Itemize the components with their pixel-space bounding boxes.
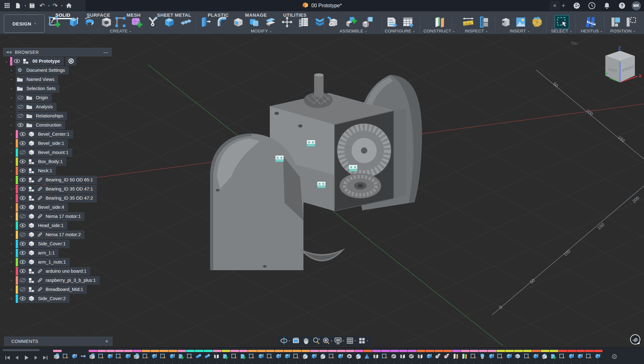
insert-link-icon[interactable] [326, 15, 340, 29]
visibility-eye-off-icon[interactable] [18, 214, 27, 219]
browser-item[interactable]: Neck:1 [16, 167, 56, 175]
timeline-group-bar[interactable] [222, 350, 230, 352]
visibility-eye-icon[interactable] [18, 296, 27, 301]
timeline-feature-extrude-icon[interactable] [125, 353, 132, 361]
chevron-right-icon[interactable]: › [11, 287, 15, 291]
zoom-icon[interactable]: ± [311, 336, 321, 345]
timeline-group-bar[interactable] [292, 350, 301, 352]
help-icon[interactable]: ? [617, 1, 627, 10]
visibility-eye-icon[interactable] [18, 141, 27, 145]
timeline-group-bar[interactable] [169, 350, 177, 352]
visibility-eye-icon[interactable] [18, 251, 27, 255]
browser-item[interactable]: arm_1:1 [16, 249, 58, 257]
browser-item[interactable]: Construction [16, 121, 65, 129]
timeline-feature-new-body-icon[interactable] [240, 353, 247, 361]
minimize-panel-icon[interactable]: — [103, 49, 108, 55]
timeline-feature-extrude-icon[interactable] [568, 353, 575, 361]
timeline-feature-sketch-icon[interactable] [266, 353, 274, 361]
add-comment-button[interactable]: + [105, 338, 108, 344]
skip-to-end-button[interactable] [42, 354, 49, 361]
timeline-feature-sketch-icon[interactable] [559, 353, 566, 361]
timeline-feature-component-icon[interactable] [133, 353, 141, 361]
orbit-icon[interactable] [279, 336, 289, 345]
visibility-eye-off-icon[interactable] [18, 287, 27, 292]
skip-to-start-button[interactable] [4, 354, 11, 361]
select-tool-icon[interactable] [555, 15, 569, 29]
new-component-icon[interactable] [344, 15, 358, 29]
recent-clock-icon[interactable] [586, 1, 597, 10]
notifications-bell-icon[interactable] [602, 1, 612, 10]
browser-item[interactable]: Selection Sets [16, 84, 59, 93]
comments-bar[interactable]: COMMENTS + [4, 337, 113, 346]
timeline-group-bar[interactable] [461, 350, 469, 352]
timeline-feature-chamfer-icon[interactable] [355, 353, 363, 361]
timeline-group-bar[interactable] [443, 350, 452, 352]
chevron-right-icon[interactable]: › [11, 96, 15, 100]
timeline-group-bar[interactable] [541, 350, 549, 352]
collapse-panel-icon[interactable]: ◀◀ [6, 50, 12, 54]
chevron-right-icon[interactable]: › [11, 224, 15, 227]
timeline-feature-cone-icon[interactable] [364, 353, 371, 361]
chevron-right-icon[interactable]: › [11, 77, 15, 81]
timeline-group-bar[interactable] [417, 350, 425, 352]
fit-zoom-icon[interactable] [321, 336, 331, 345]
timeline-feature-hole-icon[interactable] [346, 353, 354, 361]
timeline-feature-sketch-icon[interactable] [293, 353, 300, 361]
chevron-right-icon[interactable]: › [11, 68, 15, 72]
timeline-feature-extrude-icon[interactable] [594, 353, 602, 361]
chevron-right-icon[interactable]: › [11, 260, 15, 264]
chevron-right-icon[interactable]: › [11, 214, 15, 218]
section-icon[interactable] [478, 15, 491, 29]
browser-item[interactable]: Nema 17 motor:2 [16, 230, 85, 239]
viewport-3d[interactable]: 50100150200150100500TOPLEFTFRONTYXZ ◀◀ B… [0, 34, 644, 347]
assistant-bubble-icon[interactable] [630, 334, 641, 345]
timeline-group-bar[interactable] [159, 350, 168, 352]
timeline-group-bar[interactable] [337, 350, 345, 352]
browser-item[interactable]: Origin [16, 94, 52, 102]
browser-item[interactable]: Named Views [16, 75, 58, 84]
timeline-feature-chamfer-icon[interactable] [541, 353, 549, 361]
timeline-feature-component-icon[interactable] [89, 353, 97, 361]
browser-item[interactable]: Bevel_side:1 [16, 139, 68, 148]
timeline-group-bar[interactable] [425, 350, 434, 352]
timeline-group-bar[interactable] [408, 350, 416, 352]
timeline-feature-chamfer-icon[interactable] [319, 353, 327, 361]
browser-item[interactable]: Bearing_ID 35 OD 47:2 [16, 194, 97, 202]
visibility-eye-icon[interactable] [16, 123, 25, 127]
browser-item[interactable]: ⚙Document Settings [16, 66, 69, 75]
timeline-feature-extrude-icon[interactable] [577, 353, 584, 361]
display-settings-icon[interactable] [333, 336, 343, 345]
timeline-feature-link-icon[interactable] [408, 353, 416, 361]
timeline-group-bar[interactable] [195, 350, 203, 352]
group-label-inspect[interactable]: INSPECT ▾ [465, 29, 487, 33]
visibility-eye-off-icon[interactable] [16, 105, 25, 109]
derive-icon[interactable] [498, 15, 512, 29]
pattern-icon[interactable] [114, 15, 127, 29]
browser-item[interactable]: arduino uno board:1 [16, 267, 90, 276]
look-at-icon[interactable] [291, 336, 301, 345]
timeline-scrollbar[interactable] [3, 349, 40, 351]
chevron-right-icon[interactable]: › [11, 87, 15, 90]
timeline-group-bar[interactable] [177, 350, 186, 352]
timeline-feature-new-body-icon[interactable] [178, 353, 185, 361]
timeline-feature-sketch-icon[interactable] [62, 353, 70, 361]
timeline-feature-joint-icon[interactable] [444, 353, 451, 361]
box-icon[interactable] [162, 15, 176, 29]
chevron-right-icon[interactable]: › [11, 205, 15, 209]
position-b-icon[interactable] [624, 15, 638, 29]
timeline-group-bar[interactable] [399, 350, 408, 352]
timeline-group-bar[interactable] [239, 350, 248, 352]
redo-caret-icon[interactable]: ▾ [61, 4, 63, 7]
browser-item[interactable]: raspberry_pi_3_b_plus:1 [16, 276, 100, 285]
timeline-group-bar[interactable] [435, 350, 443, 352]
timeline-group-bar[interactable] [115, 350, 124, 352]
chevron-right-icon[interactable]: › [11, 196, 15, 200]
timeline-group-bar[interactable] [372, 350, 381, 352]
browser-item[interactable]: arm_1_nuts:1 [16, 258, 70, 266]
group-label-construct[interactable]: CONSTRUCT ▾ [424, 29, 455, 33]
visibility-eye-icon[interactable] [18, 178, 27, 182]
visibility-eye-icon[interactable] [18, 242, 27, 246]
timeline-feature-sketch-icon[interactable] [328, 353, 336, 361]
timeline-group-bar[interactable] [133, 350, 142, 352]
chevron-right-icon[interactable]: › [11, 297, 15, 300]
